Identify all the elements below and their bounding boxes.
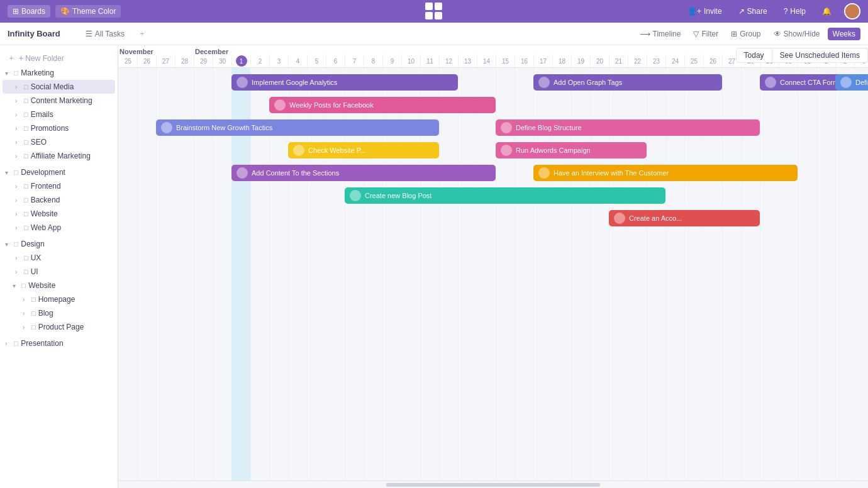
sidebar-item-backend[interactable]: › □ Backend	[3, 193, 115, 207]
task-bar[interactable]: Create new Blog Post	[345, 187, 665, 204]
sidebar-item-web-app[interactable]: › □ Web App	[3, 221, 115, 235]
grid-col	[798, 68, 816, 480]
sidebar-item-affiliate-marketing[interactable]: › □ Affiliate Marketing	[3, 149, 115, 163]
sidebar-item-website[interactable]: › □ Website	[3, 207, 115, 221]
sidebar-item-label: Frontend	[31, 182, 110, 191]
filter-button[interactable]: ▽ Filter	[688, 28, 723, 40]
sidebar-item-emails[interactable]: › □ Emails	[3, 108, 115, 121]
unscheduled-button[interactable]: See Unscheduled Items	[772, 48, 868, 63]
weeks-label: Weeks	[833, 30, 855, 38]
sidebar-item-ui[interactable]: › □ UI	[3, 265, 115, 279]
task-bar[interactable]: Define Blog Structure	[496, 119, 760, 136]
sidebar-item-product-page[interactable]: › □ Product Page	[3, 320, 115, 334]
invite-label: Invite	[704, 7, 722, 16]
date-cell: 25	[118, 55, 137, 67]
date-cell: 13	[458, 55, 477, 67]
task-avatar	[614, 213, 625, 224]
chevron-right-icon: ›	[23, 310, 29, 317]
sidebar-item-label: Homepage	[38, 295, 110, 304]
sidebar-item-seo[interactable]: › □ SEO	[3, 135, 115, 149]
sidebar-item-content-marketing[interactable]: › □ Content Marketing	[3, 94, 115, 108]
date-cell: 25	[684, 55, 703, 67]
task-avatar	[538, 167, 550, 179]
theme-color-button[interactable]: 🎨 Theme Color	[55, 5, 121, 18]
task-label: Create new Blog Post	[365, 192, 431, 199]
sidebar-item-frontend[interactable]: › □ Frontend	[3, 179, 115, 193]
task-bar[interactable]: Add Content To the Sections	[231, 165, 496, 181]
sidebar-item-promotions[interactable]: › □ Promotions	[3, 121, 115, 135]
sidebar-item-label: UI	[31, 267, 110, 276]
gantt-area: November December January 2019 Today See…	[118, 45, 868, 488]
sidebar-item-blog[interactable]: › □ Blog	[3, 306, 115, 320]
share-button[interactable]: ↗ Share	[735, 6, 771, 17]
show-hide-button[interactable]: 👁 Show/Hide	[769, 28, 825, 40]
task-bar[interactable]: Run Adwords Campaign	[496, 142, 647, 158]
all-tasks-button[interactable]: ☰ All Tasks	[81, 28, 130, 40]
sidebar-group-design[interactable]: ▾ □ Design	[0, 237, 118, 251]
chevron-right-icon: ›	[15, 183, 21, 190]
new-folder-button[interactable]: ＋ + New Folder	[0, 50, 118, 66]
task-bar[interactable]: Add Open Graph Tags	[533, 74, 722, 91]
folder-icon: □	[24, 210, 28, 218]
help-button[interactable]: ? Help	[780, 6, 810, 17]
gantt-date-header: November December January 2019 Today See…	[118, 45, 868, 68]
sub-toolbar: Infinity Board ☰ All Tasks ＋ ⟶ Timeline …	[0, 23, 868, 45]
sidebar-item-ux[interactable]: › □ UX	[3, 251, 115, 265]
palette-icon: 🎨	[60, 7, 70, 16]
filter-label: Filter	[701, 30, 718, 38]
chevron-right-icon: ›	[15, 111, 21, 118]
gantt-actions: Today See Unscheduled Items	[736, 48, 868, 63]
group-label: Development	[21, 168, 65, 177]
timeline-icon: ⟶	[640, 30, 650, 38]
boards-label: Boards	[21, 7, 45, 16]
folder-icon: □	[24, 152, 28, 160]
sidebar-item-label: Content Marketing	[31, 96, 110, 105]
task-bar[interactable]: Implement Google Analytics	[231, 74, 458, 91]
task-label: Have an Interview with The Customer	[554, 169, 669, 177]
nav-right: 👤+ Invite ↗ Share ? Help 🔔	[684, 3, 860, 19]
sidebar-group-development[interactable]: ▾ □ Development	[0, 165, 118, 179]
date-cell: 26	[703, 55, 722, 67]
folder-icon: □	[24, 182, 28, 190]
nav-center	[425, 3, 443, 20]
task-bar[interactable]: Check Website P...	[288, 142, 439, 158]
folder-icon: □	[24, 268, 28, 275]
sidebar-group-marketing[interactable]: ▾ □ Marketing	[0, 66, 118, 80]
scrollbar-track[interactable]	[386, 483, 600, 487]
sidebar-item-homepage[interactable]: › □ Homepage	[3, 292, 115, 306]
date-cell: 29	[194, 55, 213, 67]
timeline-button[interactable]: ⟶ Timeline	[635, 28, 686, 40]
sidebar-item-label: Social Media	[31, 82, 110, 91]
group-button[interactable]: ⊞ Group	[726, 28, 765, 40]
group-label: Group	[740, 30, 760, 38]
today-button[interactable]: Today	[736, 48, 772, 63]
sidebar-item-website-design[interactable]: ▾ □ Website	[0, 279, 118, 292]
grid-col	[477, 68, 496, 480]
task-bar[interactable]: Define Budget for Ads	[835, 74, 868, 91]
sidebar-item-social-media[interactable]: › □ Social Media	[3, 80, 115, 94]
task-bar[interactable]: Brainstorm New Growth Tactics	[156, 119, 439, 136]
grid-col	[137, 68, 156, 480]
user-avatar[interactable]	[844, 3, 860, 19]
toolbar-left: Infinity Board	[8, 29, 60, 38]
add-view-button[interactable]: ＋	[133, 26, 151, 41]
task-bar[interactable]: Create an Acco...	[609, 210, 760, 226]
task-label: Define Budget for Ads	[855, 79, 868, 86]
task-bar[interactable]: Weekly Posts for Facebook	[269, 97, 496, 113]
group-label: Design	[21, 240, 44, 248]
plus-folder-icon: ＋	[8, 53, 15, 64]
person-plus-icon: 👤+	[687, 7, 701, 16]
weeks-button[interactable]: Weeks	[828, 28, 860, 40]
grid-col	[854, 68, 868, 480]
infinity-board-title[interactable]: Infinity Board	[8, 29, 60, 38]
task-bar[interactable]: Have an Interview with The Customer	[533, 165, 798, 181]
folder-icon: □	[31, 309, 36, 317]
sidebar-group-presentation[interactable]: › □ Presentation	[0, 336, 118, 350]
invite-button[interactable]: 👤+ Invite	[684, 6, 726, 17]
notification-button[interactable]: 🔔	[818, 6, 835, 17]
sidebar-item-label: UX	[31, 253, 110, 262]
date-cell: 24	[665, 55, 684, 67]
boards-button[interactable]: ⊞ Boards	[8, 5, 50, 18]
chevron-down-icon: ▾	[13, 282, 19, 289]
new-folder-label: + New Folder	[19, 54, 64, 63]
